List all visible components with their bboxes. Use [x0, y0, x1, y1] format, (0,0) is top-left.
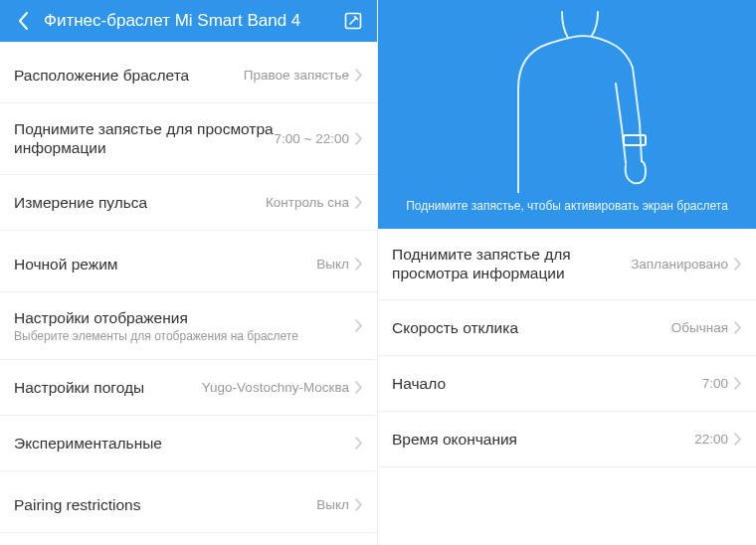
row-value: Запланировано — [631, 257, 728, 272]
edit-button[interactable] — [341, 9, 365, 33]
edit-icon — [344, 12, 362, 30]
chevron-right-icon — [355, 69, 363, 82]
row-value: 22:00 — [694, 432, 728, 447]
chevron-right-icon — [355, 258, 363, 271]
chevron-right-icon — [734, 321, 742, 334]
row-title: Настройки погоды — [14, 378, 202, 397]
row-value: Обычная — [671, 320, 728, 335]
row-value: Yugo-Vostochny-Москва — [202, 380, 349, 395]
row-title: Скорость отклика — [392, 318, 671, 337]
row-lift-wrist-schedule[interactable]: Поднимите запястье для просмотра информа… — [378, 229, 756, 300]
settings-list-right: Поднимите запястье для просмотра информа… — [378, 229, 756, 545]
left-panel: Фитнес-браслет Mi Smart Band 4 Расположе… — [0, 0, 378, 545]
row-title: Измерение пульса — [14, 193, 266, 212]
row-title: Начало — [392, 374, 702, 393]
row-night-mode[interactable]: Ночной режим Выкл — [0, 237, 377, 292]
row-response-speed[interactable]: Скорость отклика Обычная — [378, 300, 756, 356]
chevron-right-icon — [734, 377, 742, 390]
row-title: Pairing restrictions — [14, 495, 316, 514]
chevron-right-icon — [355, 437, 363, 450]
row-title: Время окончания — [392, 430, 694, 449]
row-title: Поднимите запястье для просмотра информа… — [14, 119, 275, 158]
chevron-right-icon — [734, 258, 742, 271]
body-outline-icon — [478, 4, 677, 193]
back-button[interactable] — [12, 9, 36, 33]
row-value: 7:00 ~ 22:00 — [275, 131, 349, 146]
row-value: Контроль сна — [266, 195, 349, 210]
row-value: Правое запястье — [244, 68, 349, 83]
row-heart-rate[interactable]: Измерение пульса Контроль сна — [0, 175, 377, 231]
row-title: Расположение браслета — [14, 66, 244, 85]
row-weather-settings[interactable]: Настройки погоды Yugo-Vostochny-Москва — [0, 360, 377, 416]
row-display-settings[interactable]: Настройки отображения Выберите элементы … — [0, 292, 377, 360]
row-start-time[interactable]: Начало 7:00 — [378, 356, 756, 412]
hero-caption: Поднимите запястье, чтобы активировать э… — [378, 199, 756, 213]
right-panel: Поднимите запястье, чтобы активировать э… — [378, 0, 756, 545]
chevron-right-icon — [734, 433, 742, 446]
row-subtitle: Выберите элементы для отображения на бра… — [14, 329, 355, 343]
row-value: Выкл — [316, 257, 349, 272]
chevron-right-icon — [355, 196, 363, 209]
chevron-right-icon — [355, 381, 363, 394]
row-value: Выкл — [316, 497, 349, 512]
chevron-left-icon — [18, 12, 30, 30]
row-lift-wrist[interactable]: Поднимите запястье для просмотра информа… — [0, 103, 377, 175]
chevron-right-icon — [355, 498, 363, 511]
chevron-right-icon — [355, 132, 363, 145]
svg-rect-1 — [624, 135, 646, 145]
settings-list-left: Расположение браслета Правое запястье По… — [0, 42, 377, 545]
hero-illustration: Поднимите запястье, чтобы активировать э… — [378, 0, 756, 229]
row-title: Ночной режим — [14, 255, 316, 273]
row-experimental[interactable]: Экспериментальные — [0, 416, 377, 471]
row-title: Настройки отображения — [14, 308, 355, 327]
row-title: Поднимите запястье для просмотра информа… — [392, 245, 631, 283]
chevron-right-icon — [355, 319, 363, 332]
header-bar: Фитнес-браслет Mi Smart Band 4 — [0, 0, 377, 42]
row-title: Экспериментальные — [14, 434, 355, 453]
row-pairing-restrictions[interactable]: Pairing restrictions Выкл — [0, 477, 377, 533]
header-title: Фитнес-браслет Mi Smart Band 4 — [36, 11, 341, 31]
row-value: 7:00 — [702, 376, 728, 391]
row-band-location[interactable]: Расположение браслета Правое запястье — [0, 48, 377, 103]
row-end-time[interactable]: Время окончания 22:00 — [378, 412, 756, 467]
